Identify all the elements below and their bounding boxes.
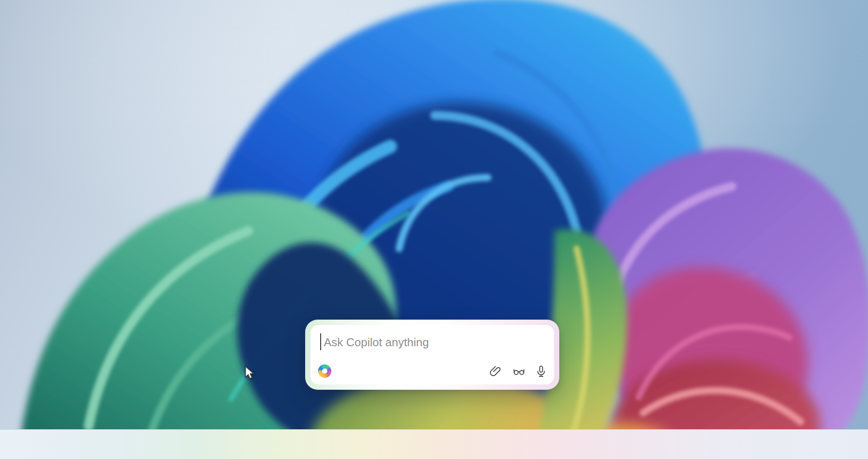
copilot-logo-icon	[317, 363, 333, 379]
desktop	[0, 0, 868, 459]
paperclip-icon	[489, 364, 503, 378]
glasses-icon	[512, 364, 526, 378]
taskbar	[0, 429, 868, 459]
microphone-icon	[534, 364, 548, 378]
microphone-button[interactable]	[534, 364, 548, 378]
mouse-cursor	[244, 366, 255, 379]
desktop-wallpaper	[0, 0, 868, 459]
attach-button[interactable]	[489, 364, 503, 378]
vision-button[interactable]	[512, 364, 526, 378]
copilot-ask-box-surface	[310, 325, 554, 384]
copilot-ask-box[interactable]	[305, 320, 559, 390]
copilot-input[interactable]	[321, 332, 532, 352]
